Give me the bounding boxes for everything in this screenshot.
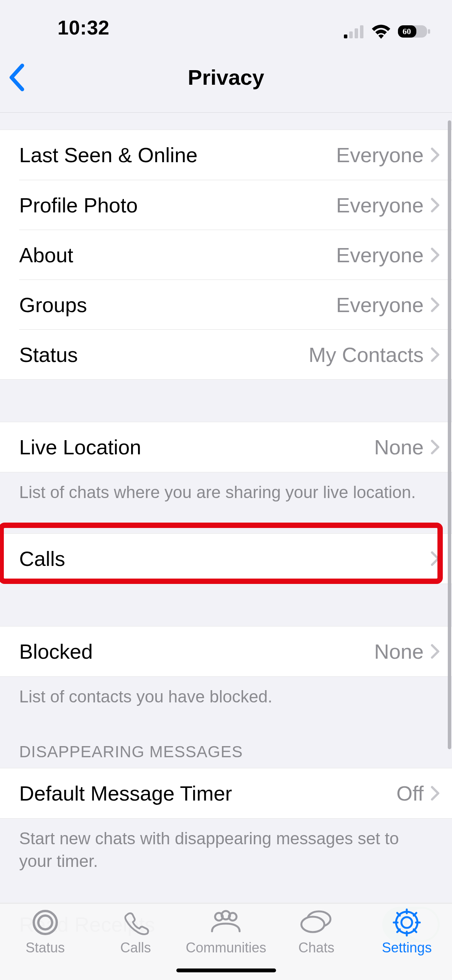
live-location-footer: List of chats where you are sharing your… xyxy=(0,472,452,503)
phone-icon xyxy=(121,908,151,937)
chevron-right-icon xyxy=(431,197,440,213)
svg-point-14 xyxy=(401,917,412,928)
tab-label: Communities xyxy=(186,940,266,956)
svg-line-20 xyxy=(397,913,400,916)
group-live-location: Live Location None xyxy=(0,422,452,472)
wifi-icon xyxy=(371,24,391,39)
svg-line-22 xyxy=(397,929,400,932)
svg-line-21 xyxy=(414,929,416,932)
status-bar-right: 60 xyxy=(344,24,433,39)
tab-label: Status xyxy=(26,940,65,956)
battery-icon: 60 xyxy=(398,24,431,39)
nav-header: Privacy xyxy=(0,42,452,113)
row-value: Everyone xyxy=(336,293,424,317)
page-title: Privacy xyxy=(188,65,264,90)
row-label: Blocked xyxy=(19,640,93,663)
svg-rect-0 xyxy=(344,35,347,38)
chevron-right-icon xyxy=(431,786,440,801)
group-blocked: Blocked None xyxy=(0,626,452,677)
row-value: None xyxy=(374,435,424,459)
chats-icon xyxy=(299,908,334,937)
row-label: Calls xyxy=(19,547,65,571)
row-value: Everyone xyxy=(336,193,424,217)
battery-percent-label: 60 xyxy=(403,26,411,36)
row-last-seen[interactable]: Last Seen & Online Everyone xyxy=(0,130,452,180)
row-value: Off xyxy=(396,781,424,805)
row-blocked[interactable]: Blocked None xyxy=(0,626,452,676)
default-timer-footer: Start new chats with disappearing messag… xyxy=(0,819,452,873)
communities-icon xyxy=(207,908,244,937)
status-icon xyxy=(30,908,60,937)
chevron-right-icon xyxy=(431,551,440,566)
chevron-right-icon xyxy=(431,147,440,163)
content: Last Seen & Online Everyone Profile Phot… xyxy=(0,113,452,946)
row-value: None xyxy=(374,640,424,663)
group-default-timer: Default Message Timer Off xyxy=(0,768,452,819)
svg-point-13 xyxy=(301,917,324,932)
tab-calls[interactable]: Calls xyxy=(90,908,181,956)
row-profile-photo[interactable]: Profile Photo Everyone xyxy=(19,180,452,230)
scroll-indicator[interactable] xyxy=(448,120,451,749)
row-calls[interactable]: Calls xyxy=(0,534,452,584)
group-visibility: Last Seen & Online Everyone Profile Phot… xyxy=(0,130,452,380)
tab-chats[interactable]: Chats xyxy=(271,908,362,956)
chevron-right-icon xyxy=(431,297,440,312)
row-label: Last Seen & Online xyxy=(19,143,197,167)
chevron-left-icon xyxy=(8,63,25,92)
row-label: Default Message Timer xyxy=(19,781,232,805)
row-value: Everyone xyxy=(336,143,424,167)
tab-communities[interactable]: Communities xyxy=(181,908,271,956)
row-live-location[interactable]: Live Location None xyxy=(0,422,452,472)
svg-rect-6 xyxy=(428,29,430,34)
row-about[interactable]: About Everyone xyxy=(19,230,452,280)
svg-point-8 xyxy=(38,916,52,929)
tab-settings[interactable]: Settings xyxy=(362,908,452,956)
row-value: Everyone xyxy=(336,243,424,267)
row-label: Status xyxy=(19,343,78,367)
svg-rect-3 xyxy=(360,25,363,38)
svg-rect-2 xyxy=(355,28,358,38)
tab-label: Chats xyxy=(298,940,334,956)
tab-label: Settings xyxy=(382,940,432,956)
cellular-icon xyxy=(344,25,365,38)
row-value: My Contacts xyxy=(309,343,424,367)
chevron-right-icon xyxy=(431,347,440,362)
group-calls: Calls xyxy=(0,533,452,584)
row-groups[interactable]: Groups Everyone xyxy=(19,280,452,329)
svg-rect-1 xyxy=(349,31,353,38)
home-indicator xyxy=(176,968,276,972)
tab-label: Calls xyxy=(120,940,151,956)
chevron-right-icon xyxy=(431,439,440,455)
blocked-footer: List of contacts you have blocked. xyxy=(0,677,452,708)
chevron-right-icon xyxy=(431,644,440,659)
row-label: Profile Photo xyxy=(19,193,138,217)
row-status[interactable]: Status My Contacts xyxy=(19,329,452,379)
row-label: Groups xyxy=(19,293,87,317)
row-default-timer[interactable]: Default Message Timer Off xyxy=(0,768,452,818)
section-header-disappearing: DISAPPEARING MESSAGES xyxy=(0,708,452,768)
gear-icon xyxy=(392,908,422,937)
svg-line-23 xyxy=(414,913,416,916)
back-button[interactable] xyxy=(8,63,25,92)
chevron-right-icon xyxy=(431,247,440,263)
status-bar-time: 10:32 xyxy=(19,16,110,39)
status-bar: 10:32 60 xyxy=(0,0,452,42)
tab-status[interactable]: Status xyxy=(0,908,90,956)
row-label: Live Location xyxy=(19,435,141,459)
row-label: About xyxy=(19,243,73,267)
